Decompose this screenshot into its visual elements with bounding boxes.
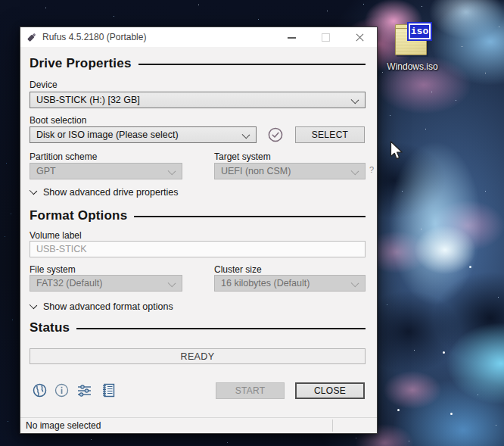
status-bar: No image selected — [20, 417, 377, 433]
chevron-down-icon — [168, 167, 176, 176]
globe-icon[interactable] — [33, 383, 47, 398]
file-system-dropdown: FAT32 (Default) — [30, 275, 182, 292]
close-button[interactable]: CLOSE — [295, 382, 365, 399]
rufus-window: Rufus 4.5.2180 (Portable) Drive Properti… — [20, 27, 378, 434]
heading-divider — [138, 64, 366, 65]
caption-buttons — [275, 27, 377, 47]
progress-bar: READY — [30, 348, 366, 364]
partition-scheme-label: Partition scheme — [30, 151, 97, 162]
title-bar[interactable]: Rufus 4.5.2180 (Portable) — [20, 27, 377, 47]
log-icon[interactable] — [101, 383, 116, 398]
status-heading-row: Status — [30, 320, 366, 335]
iso-badge-icon: iso — [409, 23, 431, 39]
window-title: Rufus 4.5.2180 (Portable) — [42, 32, 275, 42]
format-options-heading: Format Options — [30, 208, 127, 223]
statusbar-text: No image selected — [20, 420, 101, 431]
select-button[interactable]: SELECT — [295, 126, 365, 143]
format-options-heading-row: Format Options — [30, 208, 366, 223]
chevron-down-icon — [351, 167, 359, 176]
minimize-button[interactable] — [275, 27, 309, 47]
file-system-label: File system — [30, 264, 76, 275]
boot-selection-dropdown[interactable]: Disk or ISO image (Please select) — [30, 126, 257, 143]
device-dropdown[interactable]: USB-STICK (H:) [32 GB] — [30, 92, 366, 108]
desktop-icon-label: Windows.iso — [382, 61, 443, 72]
target-system-dropdown: UEFI (non CSM) — [214, 163, 366, 179]
status-heading: Status — [30, 320, 70, 335]
usb-drive-icon — [26, 31, 38, 43]
help-question-mark: ? — [369, 165, 374, 174]
desktop-icon-windows-iso[interactable]: iso Windows.iso — [382, 21, 443, 76]
check-circle-icon — [268, 127, 283, 142]
cluster-size-label: Cluster size — [214, 264, 262, 275]
statusbar-divider — [332, 419, 333, 432]
boot-selection-label: Boot selection — [30, 115, 86, 126]
desktop: iso Windows.iso Rufus 4.5.2180 (Portable… — [0, 0, 504, 446]
maximize-button — [309, 27, 343, 47]
target-system-label: Target system — [214, 151, 271, 162]
settings-sliders-icon[interactable] — [77, 383, 92, 398]
chevron-down-icon — [30, 301, 37, 309]
chevron-down-icon — [168, 279, 176, 288]
chevron-down-icon — [351, 96, 359, 104]
device-label: Device — [30, 80, 58, 90]
iso-badge-text: iso — [411, 27, 428, 36]
drive-properties-heading: Drive Properties — [30, 56, 132, 71]
heading-divider — [134, 216, 366, 217]
close-icon[interactable] — [343, 27, 377, 47]
chevron-down-icon — [242, 131, 250, 139]
chevron-down-icon — [30, 187, 37, 195]
client-area: Drive Properties Device USB-STICK (H:) [… — [20, 47, 377, 418]
show-advanced-format-options-toggle[interactable]: Show advanced format options — [30, 301, 173, 312]
chevron-down-icon — [351, 279, 359, 288]
drive-properties-heading-row: Drive Properties — [30, 56, 366, 71]
info-icon[interactable] — [54, 383, 69, 398]
partition-scheme-dropdown: GPT — [30, 163, 182, 179]
show-advanced-drive-properties-toggle[interactable]: Show advanced drive properties — [30, 187, 179, 198]
start-button: START — [216, 382, 285, 399]
heading-divider — [76, 328, 366, 329]
cluster-size-dropdown: 16 kilobytes (Default) — [214, 275, 366, 292]
volume-label-label: Volume label — [30, 230, 82, 241]
volume-label-input[interactable] — [30, 241, 366, 257]
